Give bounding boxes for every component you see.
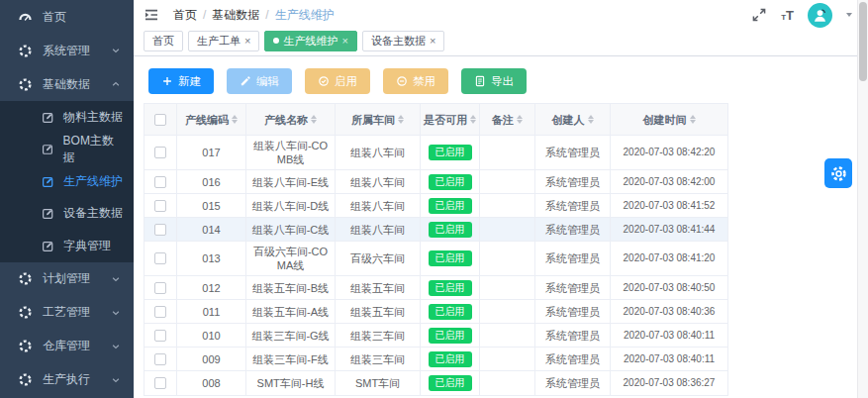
- breadcrumb-item[interactable]: 基础数据: [212, 7, 259, 24]
- tab-prodline-maintenance[interactable]: 生产线维护×: [264, 31, 356, 51]
- row-checkbox[interactable]: [154, 353, 166, 365]
- tab-prod-workorder[interactable]: 生产工单×: [188, 31, 259, 51]
- sidebar-item-label: 设备主数据: [63, 205, 123, 222]
- breadcrumb-item: 生产线维护: [275, 7, 335, 24]
- sidebar-item-plan-mgmt[interactable]: 计划管理: [0, 262, 134, 296]
- sort-icon[interactable]: [232, 115, 238, 124]
- close-icon[interactable]: ×: [244, 36, 250, 47]
- close-icon[interactable]: ×: [341, 36, 347, 47]
- table-row[interactable]: 017组装八车间-COMB线组装八车间已启用系统管理员2020-07-03 08…: [145, 136, 727, 170]
- table-row[interactable]: 013百级六车间-COMA线百级六车间已启用系统管理员2020-07-03 08…: [145, 242, 727, 276]
- column-header-label: 是否可用: [424, 113, 467, 127]
- cell-status: 已启用: [421, 242, 480, 275]
- sidebar-item-system-mgmt[interactable]: 系统管理: [0, 34, 134, 67]
- sidebar-item-base-data[interactable]: 基础数据: [0, 67, 134, 101]
- font-size-icon[interactable]: TT: [781, 9, 794, 22]
- cell-creator: 系统管理员: [535, 300, 611, 323]
- scrollbar-thumb[interactable]: [859, 2, 867, 81]
- chevron-down-icon: [110, 307, 122, 319]
- table-row[interactable]: 014组装八车间-C线组装八车间已启用系统管理员2020-07-03 08:41…: [145, 218, 727, 242]
- row-checkbox[interactable]: [154, 282, 166, 294]
- column-header-remark[interactable]: 备注: [480, 104, 535, 135]
- row-checkbox[interactable]: [154, 252, 166, 264]
- fullscreen-icon[interactable]: [751, 7, 767, 23]
- export-button[interactable]: 导出: [461, 68, 527, 94]
- table-row[interactable]: 009组装三车间-F线组装三车间已启用系统管理员2020-07-03 08:40…: [145, 348, 727, 371]
- breadcrumb-item[interactable]: 首页: [173, 7, 197, 24]
- sort-icon[interactable]: [690, 115, 696, 124]
- row-checkbox[interactable]: [154, 176, 166, 188]
- sidebar-nav: 首页系统管理基础数据物料主数据BOM主数据生产线维护设备主数据字典管理计划管理工…: [0, 0, 134, 397]
- user-avatar[interactable]: [808, 3, 832, 28]
- circle-minus-icon: [396, 75, 408, 87]
- cell-status: 已启用: [421, 136, 480, 169]
- sidebar-item-material-master[interactable]: 物料主数据: [0, 101, 134, 134]
- sidebar-item-production-exec[interactable]: 生产执行: [0, 363, 134, 397]
- edit-icon: [240, 75, 251, 87]
- chevron-up-icon: [110, 78, 122, 90]
- sort-icon[interactable]: [311, 115, 317, 124]
- row-checkbox[interactable]: [154, 306, 166, 318]
- row-checkbox[interactable]: [154, 200, 166, 212]
- export-button-label: 导出: [491, 74, 514, 89]
- cell-created-at: 2020-07-03 08:41:52: [611, 194, 727, 217]
- tab-home[interactable]: 首页: [144, 31, 183, 51]
- tab-equipment-master[interactable]: 设备主数据×: [362, 31, 444, 51]
- table-row[interactable]: 012组装五车间-B线组装五车间已启用系统管理员2020-07-03 08:40…: [145, 276, 727, 300]
- select-all-checkbox[interactable]: [154, 114, 166, 126]
- cell-creator: 系统管理员: [535, 194, 611, 217]
- cell-status: 已启用: [421, 348, 480, 370]
- sidebar-item-warehouse-mgmt[interactable]: 仓库管理: [0, 330, 134, 363]
- row-checkbox[interactable]: [154, 330, 166, 342]
- sort-icon[interactable]: [517, 115, 523, 124]
- row-select-cell: [145, 170, 177, 193]
- row-checkbox[interactable]: [154, 377, 166, 389]
- cell-name: 组装五车间-B线: [246, 276, 336, 299]
- settings-icon: [18, 44, 33, 58]
- column-header-code[interactable]: 产线编码: [177, 104, 246, 135]
- sidebar-item-bom-master[interactable]: BOM主数据: [0, 134, 134, 166]
- chevron-down-icon: [110, 45, 122, 56]
- table-row[interactable]: 010组装三车间-G线组装三车间已启用系统管理员2020-07-03 08:40…: [145, 324, 727, 348]
- table-header-row: 产线编码产线名称所属车间是否可用备注创建人创建时间: [145, 104, 727, 136]
- cell-workshop: 组装三车间: [336, 324, 421, 347]
- sidebar-item-equipment-master[interactable]: 设备主数据: [0, 198, 134, 231]
- column-header-workshop[interactable]: 所属车间: [336, 104, 421, 135]
- close-icon[interactable]: ×: [430, 36, 435, 47]
- table-row[interactable]: 011组装五车间-A线组装五车间已启用系统管理员2020-07-03 08:40…: [145, 300, 727, 324]
- row-checkbox[interactable]: [154, 224, 166, 236]
- theme-settings-gear-button[interactable]: [824, 158, 852, 188]
- cell-workshop: 百级六车间: [336, 242, 421, 275]
- cell-creator: 系统管理员: [535, 136, 611, 169]
- gear-icon: [830, 165, 847, 182]
- row-select-cell: [145, 300, 177, 323]
- form-icon: [42, 143, 54, 155]
- sidebar-item-home[interactable]: 首页: [0, 0, 134, 34]
- sort-icon[interactable]: [588, 115, 594, 124]
- disable-button[interactable]: 禁用: [383, 68, 448, 94]
- prodline-table: 产线编码产线名称所属车间是否可用备注创建人创建时间017组装八车间-COMB线组…: [144, 103, 728, 396]
- user-menu-caret-icon[interactable]: [846, 13, 852, 17]
- status-badge: 已启用: [429, 375, 472, 391]
- column-header-name[interactable]: 产线名称: [246, 104, 336, 135]
- sidebar-item-process-mgmt[interactable]: 工艺管理: [0, 296, 134, 330]
- status-badge: 已启用: [429, 222, 472, 238]
- row-checkbox[interactable]: [154, 147, 166, 158]
- table-row[interactable]: 008SMT车间-H线SMT车间已启用系统管理员2020-07-03 08:36…: [145, 371, 727, 395]
- table-row[interactable]: 015组装八车间-D线组装八车间已启用系统管理员2020-07-03 08:41…: [145, 194, 727, 218]
- sidebar-item-dict-mgmt[interactable]: 字典管理: [0, 230, 134, 262]
- sort-icon[interactable]: [398, 115, 404, 124]
- status-badge: 已启用: [429, 304, 472, 320]
- edit-button[interactable]: 编辑: [227, 68, 292, 94]
- column-header-enabled[interactable]: 是否可用: [421, 104, 480, 135]
- hamburger-icon[interactable]: [144, 7, 159, 23]
- enable-button[interactable]: 启用: [305, 68, 370, 94]
- create-button[interactable]: 新建: [148, 68, 214, 94]
- column-header-created-at[interactable]: 创建时间: [611, 104, 727, 135]
- sort-icon[interactable]: [470, 115, 476, 124]
- column-header-creator[interactable]: 创建人: [535, 104, 611, 135]
- select-all-cell: [145, 104, 177, 135]
- sidebar-item-prodline-maintenance[interactable]: 生产线维护: [0, 165, 134, 198]
- table-row[interactable]: 016组装八车间-E线组装八车间已启用系统管理员2020-07-03 08:42…: [145, 170, 727, 194]
- cell-remark: [480, 194, 535, 217]
